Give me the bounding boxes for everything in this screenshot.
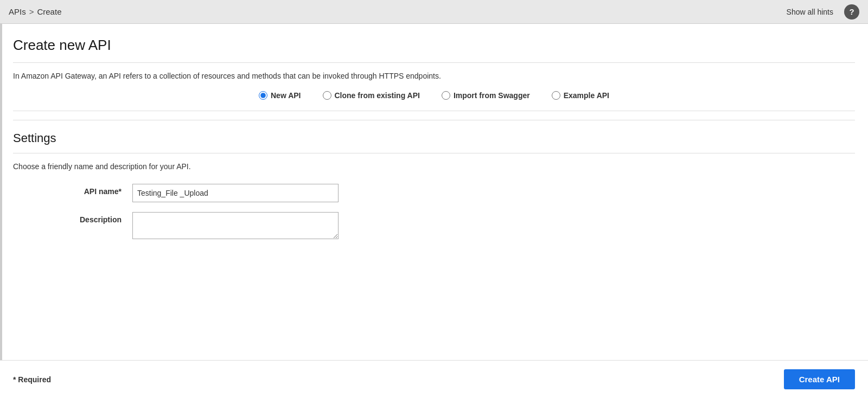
radio-import-swagger-label: Import from Swagger	[454, 91, 530, 100]
radio-import-swagger[interactable]: Import from Swagger	[442, 91, 530, 100]
breadcrumb-apis[interactable]: APIs	[9, 7, 26, 16]
breadcrumb-separator: >	[29, 7, 34, 16]
api-name-input[interactable]	[132, 184, 339, 202]
left-accent	[0, 24, 2, 398]
radio-clone-api-label: Clone from existing API	[335, 91, 420, 100]
settings-desc: Choose a friendly name and description f…	[13, 153, 855, 262]
radio-new-api[interactable]: New API	[259, 91, 301, 100]
breadcrumb-create: Create	[37, 7, 61, 16]
radio-example-api-input[interactable]	[552, 91, 560, 100]
top-bar: APIs > Create Show all hints ?	[0, 0, 868, 24]
radio-example-api[interactable]: Example API	[552, 91, 609, 100]
create-api-button[interactable]: Create API	[784, 369, 855, 389]
radio-new-api-input[interactable]	[259, 91, 267, 100]
page-title: Create new API	[13, 37, 855, 54]
api-type-radio-group: New API Clone from existing API Import f…	[13, 80, 855, 111]
radio-example-api-label: Example API	[564, 91, 609, 100]
description-label: Description	[13, 212, 132, 224]
footer: * Required Create API	[0, 360, 868, 398]
main-content: Create new API In Amazon API Gateway, an…	[0, 24, 868, 262]
breadcrumb: APIs > Create	[9, 7, 61, 16]
radio-clone-api-input[interactable]	[323, 91, 331, 100]
api-name-label: API name*	[13, 184, 132, 196]
intro-text: In Amazon API Gateway, an API refers to …	[13, 62, 855, 120]
radio-new-api-label: New API	[271, 91, 301, 100]
api-name-row: API name*	[13, 184, 855, 202]
description-input[interactable]	[132, 212, 339, 239]
show-hints-button[interactable]: Show all hints	[782, 5, 838, 18]
required-note: * Required	[13, 375, 51, 384]
description-row: Description	[13, 212, 855, 239]
settings-title: Settings	[13, 131, 855, 145]
radio-import-swagger-input[interactable]	[442, 91, 450, 100]
radio-clone-api[interactable]: Clone from existing API	[323, 91, 420, 100]
top-bar-right: Show all hints ?	[782, 4, 859, 20]
help-icon-button[interactable]: ?	[844, 4, 859, 20]
